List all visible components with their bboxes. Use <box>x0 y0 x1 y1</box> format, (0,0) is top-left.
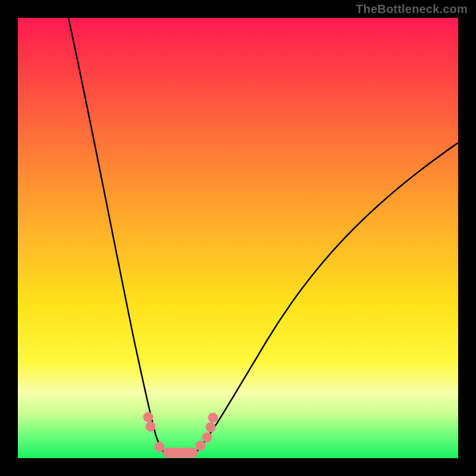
marker-dot <box>208 413 218 422</box>
marker-dot <box>155 442 164 452</box>
chart-svg <box>18 18 458 458</box>
chart-frame: TheBottleneck.com <box>0 0 476 476</box>
marker-dot <box>206 422 215 432</box>
marker-dot <box>196 441 205 450</box>
watermark-text: TheBottleneck.com <box>356 2 468 16</box>
marker-pill <box>163 448 198 458</box>
marker-dot <box>146 422 155 431</box>
markers-group <box>143 412 218 458</box>
marker-dot <box>143 412 153 422</box>
chart-plot-area <box>18 18 458 458</box>
marker-dot <box>202 433 212 442</box>
curve-right-branch <box>194 143 458 455</box>
curve-left-branch <box>68 18 167 455</box>
